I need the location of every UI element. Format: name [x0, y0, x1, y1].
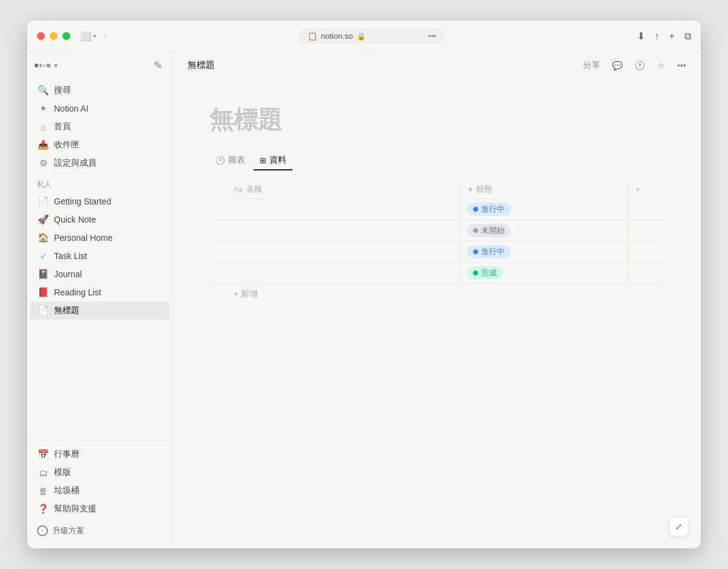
- new-page-button[interactable]: ✎: [151, 56, 165, 75]
- sidebar-item-getting-started[interactable]: 📄 Getting Started: [30, 192, 170, 210]
- minimize-button[interactable]: [50, 32, 58, 40]
- untitled-label: 無標題: [54, 305, 79, 316]
- task-list-label: Task List: [54, 251, 87, 261]
- inbox-icon: 📥: [37, 139, 49, 151]
- status-badge[interactable]: 完成: [467, 266, 503, 280]
- status-dot-icon: [473, 271, 478, 275]
- sidebar-item-quick-note[interactable]: 🚀 Quick Note: [30, 210, 170, 229]
- table-row[interactable]: 未開始: [209, 220, 664, 241]
- notion-ai-nav-item[interactable]: ✦ Notion AI: [30, 99, 170, 118]
- task-list-icon: ✓: [37, 250, 49, 262]
- table-row[interactable]: 完成: [209, 263, 664, 284]
- calendar-nav-item[interactable]: 📅 行事曆: [30, 445, 170, 463]
- titlebar-actions: ⬇ ↑ + ⧉: [637, 30, 691, 42]
- table-row[interactable]: 進行中: [209, 199, 664, 220]
- sidebar-item-personal-home[interactable]: 🏠 Personal Home: [30, 229, 170, 247]
- fullscreen-button[interactable]: [62, 32, 70, 40]
- new-tab-icon[interactable]: +: [669, 31, 675, 42]
- search-icon: 🔍: [37, 84, 49, 96]
- status-dot-icon: [473, 228, 478, 233]
- notion-ai-label: Notion AI: [54, 104, 89, 113]
- row-name-cell[interactable]: [209, 199, 460, 220]
- settings-label: 設定與成員: [54, 158, 96, 169]
- home-icon: ⌂: [37, 121, 49, 133]
- upgrade-label: 升級方案: [53, 525, 84, 536]
- add-new-label: + 新增: [234, 289, 258, 300]
- table-row[interactable]: 進行中: [209, 241, 664, 263]
- status-badge[interactable]: 進行中: [467, 245, 511, 258]
- copy-icon[interactable]: ⧉: [684, 31, 691, 42]
- upgrade-button[interactable]: ↑ 升級方案: [30, 520, 170, 541]
- quick-note-label: Quick Note: [54, 215, 96, 224]
- comment-icon: 💬: [612, 61, 622, 70]
- row-status-cell[interactable]: 進行中: [460, 241, 629, 263]
- trash-icon: 🗑: [37, 485, 49, 497]
- status-badge[interactable]: 未開始: [467, 224, 511, 237]
- row-status-cell[interactable]: 未開始: [460, 220, 629, 241]
- tab-gallery[interactable]: 🕐 圖表: [209, 151, 251, 170]
- row-name-cell[interactable]: [209, 241, 460, 263]
- search-label: 搜尋: [54, 85, 71, 96]
- reading-list-label: Reading List: [54, 288, 101, 297]
- col-header-actions[interactable]: + ···: [628, 180, 664, 199]
- help-icon: ❓: [37, 503, 49, 515]
- templates-nav-item[interactable]: 🗂 模版: [30, 463, 170, 482]
- sidebar-item-task-list[interactable]: ✓ Task List: [30, 247, 170, 265]
- sidebar-nav: 🔍 搜尋 ✦ Notion AI ⌂ 首頁 📥 收件匣: [27, 79, 172, 322]
- settings-nav-item[interactable]: ⚙ 設定與成員: [30, 154, 170, 172]
- status-text: 進行中: [481, 246, 505, 257]
- share-button[interactable]: 分享: [581, 58, 602, 73]
- col-header-status[interactable]: ✦ 狀態: [460, 180, 629, 199]
- traffic-lights: [37, 32, 70, 40]
- share-browser-icon[interactable]: ↑: [655, 31, 659, 42]
- row-status-cell[interactable]: 進行中: [460, 199, 629, 220]
- data-tab-icon: ⊞: [260, 156, 266, 165]
- topbar-actions: 分享 💬 🕐 ☆ •••: [581, 58, 689, 73]
- sidebar-item-journal[interactable]: 📓 Journal: [30, 265, 170, 283]
- row-name-cell[interactable]: [209, 220, 460, 241]
- inbox-nav-item[interactable]: 📥 收件匣: [30, 136, 170, 154]
- journal-label: Journal: [54, 269, 82, 279]
- status-dot-icon: [473, 207, 478, 212]
- workspace-name[interactable]: ▾: [35, 62, 58, 70]
- close-button[interactable]: [37, 32, 45, 40]
- url-more-icon[interactable]: •••: [428, 32, 436, 41]
- col-header-name[interactable]: Aa 名稱: [209, 180, 460, 199]
- comment-button[interactable]: 💬: [610, 58, 625, 73]
- lock-icon: 🔒: [357, 32, 366, 41]
- search-nav-item[interactable]: 🔍 搜尋: [30, 81, 170, 99]
- content-topbar: 無標題 分享 💬 🕐 ☆: [173, 52, 701, 79]
- gallery-tab-icon: 🕐: [215, 156, 225, 165]
- app-window: ⬜ ▾ ‹ 📋 notion.so 🔒 ••• ⬇ ↑ + ⧉: [27, 21, 701, 548]
- row-extra-cell: [628, 263, 664, 284]
- view-tabs: 🕐 圖表 ⊞ 資料: [209, 151, 664, 170]
- download-icon[interactable]: ⬇: [637, 30, 645, 42]
- workspace-chevron-icon: ▾: [54, 62, 58, 70]
- trash-nav-item[interactable]: 🗑 垃圾桶: [30, 482, 170, 500]
- more-options-button[interactable]: •••: [675, 58, 689, 73]
- row-name-cell[interactable]: [209, 263, 460, 284]
- favorite-button[interactable]: ☆: [655, 58, 667, 73]
- reading-list-icon: 📕: [37, 286, 49, 298]
- add-new-row-button[interactable]: + 新增: [209, 284, 664, 305]
- home-label: 首頁: [54, 121, 71, 132]
- help-nav-item[interactable]: ❓ 幫助與支援: [30, 500, 170, 518]
- sidebar-item-untitled[interactable]: 📄 無標題: [30, 301, 170, 320]
- sidebar-item-reading-list[interactable]: 📕 Reading List: [30, 283, 170, 301]
- trash-label: 垃圾桶: [54, 485, 79, 496]
- url-bar[interactable]: 📋 notion.so 🔒 •••: [299, 29, 445, 44]
- history-button[interactable]: 🕐: [632, 58, 647, 73]
- breadcrumb-title: 無標題: [187, 59, 215, 71]
- tab-data[interactable]: ⊞ 資料: [254, 151, 292, 170]
- sidebar-toggle-button[interactable]: ⬜ ▾: [80, 31, 96, 42]
- row-status-cell[interactable]: 完成: [460, 263, 629, 284]
- col-more-icon[interactable]: ···: [645, 185, 652, 194]
- add-col-icon[interactable]: +: [636, 185, 641, 194]
- home-nav-item[interactable]: ⌂ 首頁: [30, 118, 170, 136]
- status-badge[interactable]: 進行中: [467, 203, 511, 216]
- journal-icon: 📓: [37, 268, 49, 280]
- private-section-label: 私人: [27, 172, 172, 192]
- page-content: 無標題 🕐 圖表 ⊞ 資料: [173, 79, 701, 548]
- expand-button[interactable]: ⤢: [669, 517, 689, 536]
- page-title[interactable]: 無標題: [209, 103, 664, 136]
